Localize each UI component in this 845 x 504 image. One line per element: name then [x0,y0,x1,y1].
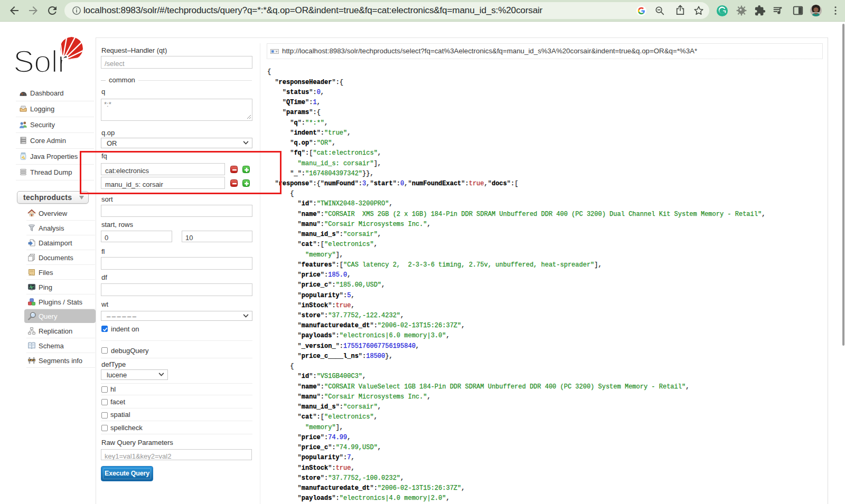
svg-text:Solr: Solr [14,44,68,79]
